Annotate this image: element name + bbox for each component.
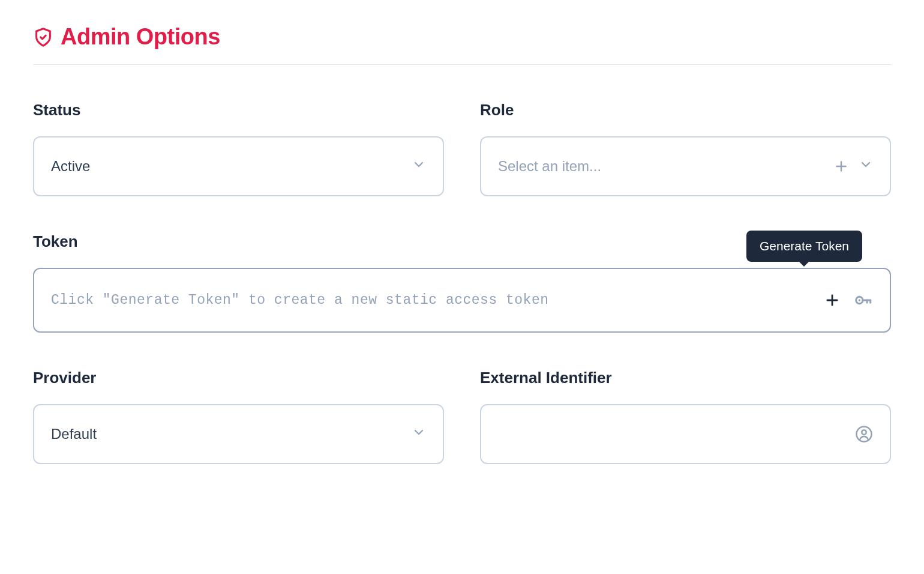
provider-value: Default bbox=[51, 426, 412, 443]
section-title: Admin Options bbox=[61, 24, 220, 50]
role-label: Role bbox=[480, 101, 891, 119]
provider-field: Provider Default bbox=[33, 369, 444, 464]
plus-icon[interactable] bbox=[833, 159, 849, 174]
provider-label: Provider bbox=[33, 369, 444, 387]
role-field: Role Select an item... bbox=[480, 101, 891, 196]
role-placeholder: Select an item... bbox=[498, 158, 833, 175]
token-input[interactable]: Click "Generate Token" to create a new s… bbox=[33, 268, 891, 333]
chevron-down-icon bbox=[859, 157, 873, 175]
plus-icon[interactable] bbox=[824, 292, 841, 309]
shield-check-icon bbox=[33, 27, 53, 47]
status-field: Status Active bbox=[33, 101, 444, 196]
admin-options-header: Admin Options bbox=[33, 24, 891, 65]
token-placeholder: Click "Generate Token" to create a new s… bbox=[51, 292, 824, 308]
external-identifier-label: External Identifier bbox=[480, 369, 891, 387]
external-identifier-input[interactable] bbox=[480, 404, 891, 464]
svg-point-1 bbox=[859, 299, 860, 301]
token-field: Token Generate Token Click "Generate Tok… bbox=[33, 232, 891, 333]
status-label: Status bbox=[33, 101, 444, 119]
person-icon[interactable] bbox=[855, 425, 873, 443]
chevron-down-icon bbox=[412, 425, 426, 443]
status-value: Active bbox=[51, 158, 412, 175]
svg-point-3 bbox=[862, 430, 866, 435]
chevron-down-icon bbox=[412, 157, 426, 175]
status-select[interactable]: Active bbox=[33, 136, 444, 196]
external-identifier-field: External Identifier bbox=[480, 369, 891, 464]
provider-select[interactable]: Default bbox=[33, 404, 444, 464]
key-icon[interactable] bbox=[853, 290, 873, 310]
generate-token-tooltip: Generate Token bbox=[746, 231, 862, 262]
role-select[interactable]: Select an item... bbox=[480, 136, 891, 196]
